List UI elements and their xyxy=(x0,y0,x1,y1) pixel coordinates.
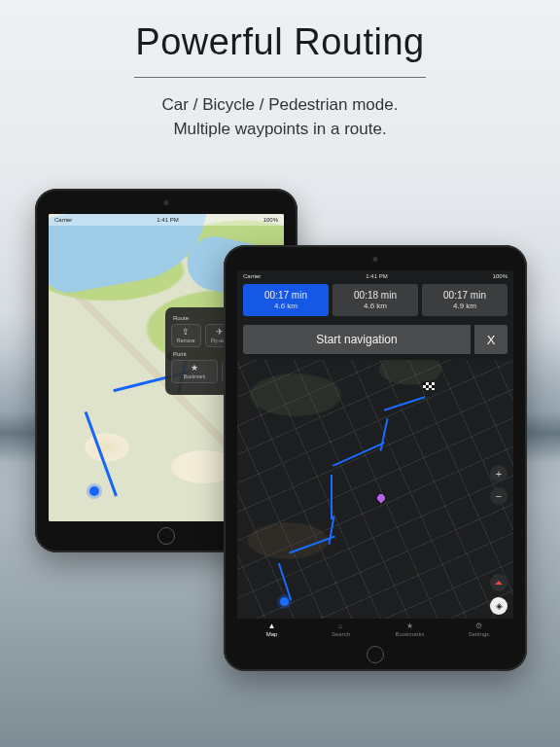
hero-subtitle-line2: Multiple waypoints in a route. xyxy=(0,118,560,142)
locate-icon: ◈ xyxy=(496,601,503,611)
search-icon: ⌕ xyxy=(338,622,343,630)
popover-button-label: Remove xyxy=(177,338,195,343)
route-option-distance: 4.6 km xyxy=(336,302,414,310)
zoom-out-button[interactable]: − xyxy=(490,487,508,505)
hero-subtitle: Car / Bicycle / Pedestrian mode. Multipl… xyxy=(0,93,560,141)
status-carrier: Carrier xyxy=(243,273,261,279)
home-button[interactable] xyxy=(367,646,384,663)
route-option-time: 00:17 min xyxy=(426,290,504,301)
status-carrier: Carrier xyxy=(54,217,72,223)
hero-subtitle-line1: Car / Bicycle / Pedestrian mode. xyxy=(0,93,560,118)
tablet-dark-screen: Carrier 1:41 PM 100% 00:17 min 4.6 km 00… xyxy=(237,270,513,640)
status-time: 1:41 PM xyxy=(157,217,178,223)
map-icon: ▲ xyxy=(268,622,276,630)
tab-map[interactable]: ▲ Map xyxy=(237,619,306,640)
route-option-2[interactable]: 00:18 min 4.6 km xyxy=(332,284,418,316)
status-bar: Carrier 1:41 PM 100% xyxy=(237,270,513,282)
route-segment xyxy=(384,396,425,410)
home-button[interactable] xyxy=(158,527,175,545)
close-route-button[interactable]: X xyxy=(474,325,508,354)
compass-button[interactable] xyxy=(490,574,508,591)
destination-flag-icon[interactable] xyxy=(422,381,436,391)
hero-header: Powerful Routing Car / Bicycle / Pedestr… xyxy=(0,0,560,141)
remove-icon: ⇪ xyxy=(182,328,190,337)
route-segment xyxy=(328,516,334,545)
popover-remove-button[interactable]: ⇪ Remove xyxy=(171,324,201,347)
camera-icon xyxy=(164,200,169,205)
bookmark-icon: ★ xyxy=(191,364,198,373)
bookmark-icon: ★ xyxy=(406,622,413,630)
tab-bookmarks[interactable]: ★ Bookmarks xyxy=(375,619,444,640)
route-options-bar: 00:17 min 4.6 km 00:18 min 4.6 km 00:17 … xyxy=(243,284,508,316)
start-navigation-button[interactable]: Start navigation xyxy=(243,325,471,354)
route-option-3[interactable]: 00:17 min 4.9 km xyxy=(422,284,508,316)
map-canvas-dark[interactable]: + − ◈ xyxy=(237,360,513,619)
tab-label: Map xyxy=(266,631,278,637)
zoom-in-button[interactable]: + xyxy=(490,465,508,482)
route-segment xyxy=(289,536,335,554)
tablet-dark: Carrier 1:41 PM 100% 00:17 min 4.6 km 00… xyxy=(224,245,527,671)
waypoint-pin-icon[interactable] xyxy=(375,492,386,503)
route-option-1[interactable]: 00:17 min 4.6 km xyxy=(243,284,329,316)
route-segment xyxy=(331,475,332,519)
route-option-time: 00:18 min xyxy=(336,290,414,301)
tab-settings[interactable]: ⚙ Settings xyxy=(444,619,513,640)
status-battery: 100% xyxy=(263,217,278,223)
status-time: 1:41 PM xyxy=(366,273,387,279)
camera-icon xyxy=(373,257,378,262)
popover-button-label: Bookmark xyxy=(184,374,206,379)
tab-label: Search xyxy=(332,631,350,637)
route-segment xyxy=(379,418,388,451)
hero-divider xyxy=(134,77,426,78)
route-option-distance: 4.9 km xyxy=(426,302,504,310)
tab-label: Settings xyxy=(469,631,490,637)
route-origin-icon[interactable] xyxy=(280,597,289,606)
tab-bar: ▲ Map ⌕ Search ★ Bookmarks ⚙ Settings xyxy=(237,619,513,640)
hero-title: Powerful Routing xyxy=(0,21,560,63)
status-battery: 100% xyxy=(493,273,508,279)
zoom-controls: + − xyxy=(490,465,508,510)
gear-icon: ⚙ xyxy=(475,622,482,630)
route-origin-icon[interactable] xyxy=(89,486,99,496)
route-option-time: 00:17 min xyxy=(247,290,325,301)
tab-search[interactable]: ⌕ Search xyxy=(306,619,375,640)
route-segment xyxy=(332,442,385,466)
close-icon: X xyxy=(487,333,496,347)
route-segment xyxy=(278,563,292,601)
flyover-icon: ✈ xyxy=(216,328,224,337)
start-navigation-bar: Start navigation X xyxy=(243,325,508,354)
popover-bookmark-button[interactable]: ★ Bookmark xyxy=(171,360,218,383)
status-bar: Carrier 1:41 PM 100% xyxy=(49,214,284,226)
tab-label: Bookmarks xyxy=(395,631,424,637)
locate-me-button[interactable]: ◈ xyxy=(490,597,508,615)
popover-arrow-icon xyxy=(159,350,171,362)
route-option-distance: 4.6 km xyxy=(247,302,325,310)
